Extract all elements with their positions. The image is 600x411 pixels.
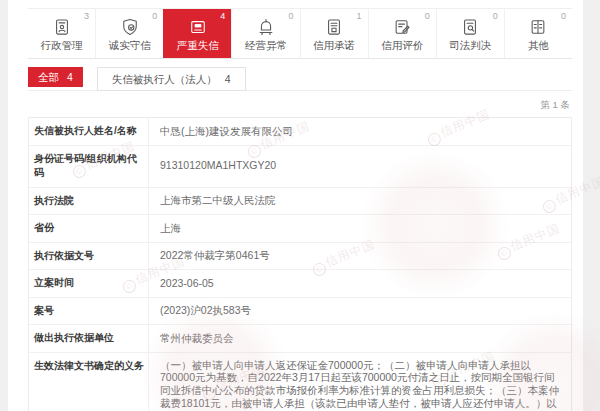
table-row: 失信被执行人姓名/名称 中恳(上海)建设发展有限公司 <box>29 118 571 145</box>
content-panel: 3 行政管理 0 诚实守信 4 严重失信 0 经营异常 1 信用承诺 0 信用评… <box>8 0 583 411</box>
tab-label: 其他 <box>528 40 549 51</box>
filter-tab-label: 失信被执行人（法人） <box>112 74 217 85</box>
row-value: 91310120MA1HTXGY20 <box>149 146 571 187</box>
dishonesty-card-icon <box>188 16 208 38</box>
row-value: （一）被申请人向申请人返还保证金700000元；（二）被申请人向申请人承担以70… <box>149 353 571 411</box>
tab-label: 信用评价 <box>381 40 423 51</box>
table-row: 生效法律文书确定的义务 （一）被申请人向申请人返还保证金700000元；（二）被… <box>29 352 571 411</box>
doc-search-icon <box>460 16 480 38</box>
row-value: 上海市第二中级人民法院 <box>149 188 571 215</box>
filter-tab-label: 全部 <box>38 72 59 83</box>
alarm-bell-icon <box>256 16 276 38</box>
filter-tab-1[interactable]: 全部 4 <box>28 67 83 88</box>
row-value: 常州仲裁委员会 <box>149 325 571 352</box>
record-index: 第 1 条 <box>28 99 570 112</box>
table-row: 做出执行依据单位 常州仲裁委员会 <box>29 324 571 352</box>
top-tab-7[interactable]: 0 司法判决 <box>436 9 504 58</box>
row-label: 做出执行依据单位 <box>29 325 149 352</box>
tab-count-badge: 0 <box>561 12 566 21</box>
row-label: 执行依据文号 <box>29 243 149 270</box>
shield-badge-icon <box>120 16 140 38</box>
tab-count-badge: 4 <box>220 12 225 21</box>
tab-label: 严重失信 <box>177 40 219 51</box>
doc-person-icon <box>52 16 72 38</box>
table-row: 立案时间 2023-06-05 <box>29 269 571 297</box>
tab-count-badge: 0 <box>493 12 498 21</box>
filter-tab-2[interactable]: 失信被执行人（法人） 4 <box>97 67 246 92</box>
filter-tab-count: 4 <box>225 74 231 85</box>
row-label: 案号 <box>29 298 149 325</box>
tab-label: 诚实守信 <box>109 40 151 51</box>
doc-edit-icon <box>392 16 412 38</box>
table-row: 执行依据文号 2022常仲裁字第0461号 <box>29 242 571 270</box>
top-tab-8[interactable]: 0 其他 <box>504 9 572 58</box>
tab-label: 信用承诺 <box>313 40 355 51</box>
filter-tab-count: 4 <box>67 72 73 83</box>
top-tab-5[interactable]: 1 信用承诺 <box>300 9 368 58</box>
row-label: 生效法律文书确定的义务 <box>29 353 149 411</box>
row-label: 立案时间 <box>29 270 149 297</box>
row-value: 2023-06-05 <box>149 270 571 297</box>
tab-label: 行政管理 <box>41 40 83 51</box>
top-tab-4[interactable]: 0 经营异常 <box>231 9 299 58</box>
top-tab-strip: 3 行政管理 0 诚实守信 4 严重失信 0 经营异常 1 信用承诺 0 信用评… <box>28 8 572 59</box>
doc-other-icon <box>528 16 548 38</box>
row-label: 身份证号码/组织机构代码 <box>29 146 149 187</box>
top-tab-3[interactable]: 4 严重失信 <box>163 9 231 58</box>
tab-count-badge: 1 <box>357 12 362 21</box>
tab-count-badge: 3 <box>84 12 89 21</box>
row-value: (2023)沪02执583号 <box>149 298 571 325</box>
tab-count-badge: 0 <box>288 12 293 21</box>
row-value: 中恳(上海)建设发展有限公司 <box>149 118 571 145</box>
row-label: 执行法院 <box>29 188 149 215</box>
table-row: 省份 上海 <box>29 214 571 242</box>
row-label: 失信被执行人姓名/名称 <box>29 118 149 145</box>
filter-tab-bar: 全部 4 失信被执行人（法人） 4 <box>28 66 572 91</box>
doc-seal-icon <box>324 16 344 38</box>
table-row: 身份证号码/组织机构代码 91310120MA1HTXGY20 <box>29 145 571 187</box>
row-label: 省份 <box>29 215 149 242</box>
top-tab-2[interactable]: 0 诚实守信 <box>95 9 163 58</box>
row-value: 2022常仲裁字第0461号 <box>149 243 571 270</box>
detail-table: 失信被执行人姓名/名称 中恳(上海)建设发展有限公司 身份证号码/组织机构代码 … <box>28 117 572 411</box>
tab-label: 经营异常 <box>245 40 287 51</box>
table-row: 案号 (2023)沪02执583号 <box>29 297 571 325</box>
table-row: 执行法院 上海市第二中级人民法院 <box>29 187 571 215</box>
tab-count-badge: 0 <box>152 12 157 21</box>
row-value: 上海 <box>149 215 571 242</box>
tab-label: 司法判决 <box>449 40 491 51</box>
top-tab-1[interactable]: 3 行政管理 <box>28 9 95 58</box>
tab-count-badge: 0 <box>425 12 430 21</box>
top-tab-6[interactable]: 0 信用评价 <box>368 9 436 58</box>
